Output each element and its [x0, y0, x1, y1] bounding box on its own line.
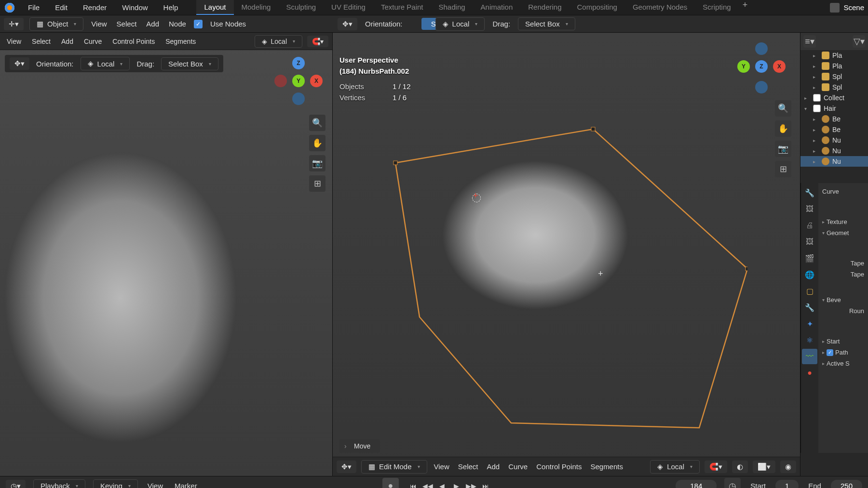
workspace-tab-rendering[interactable]: Rendering: [520, 0, 569, 15]
expand-icon[interactable]: ▸: [813, 117, 819, 122]
gizmo-z[interactable]: Z: [755, 60, 768, 73]
play-reverse-icon[interactable]: ◀: [435, 479, 449, 488]
transform-tool-icon[interactable]: ✥▾: [338, 18, 357, 30]
prop-tab-modifier-icon[interactable]: 🔧: [802, 300, 817, 315]
expand-icon[interactable]: ▸: [813, 159, 819, 164]
gizmo-nz-bot[interactable]: [755, 81, 768, 93]
workspace-tab-scripting[interactable]: Scripting: [695, 0, 738, 15]
prop-tab-tool-icon[interactable]: 🔧: [802, 185, 817, 200]
outliner-item[interactable]: ▸Spl: [800, 82, 868, 92]
outliner-filter-icon[interactable]: ▽▾: [853, 35, 865, 48]
workspace-tab-shading[interactable]: Shading: [431, 0, 473, 15]
texture-space-panel[interactable]: ▸Texture: [821, 216, 865, 227]
zoom-tool-icon[interactable]: 🔍: [775, 100, 791, 117]
jump-end-icon[interactable]: ⏭: [479, 479, 492, 488]
header-view[interactable]: View: [89, 20, 108, 28]
pan-tool-icon[interactable]: ✋: [309, 135, 326, 151]
add-workspace-button[interactable]: +: [739, 0, 752, 15]
rvp-curve[interactable]: Curve: [506, 462, 529, 471]
outliner-item[interactable]: ▸Be: [800, 124, 868, 135]
zoom-tool-icon[interactable]: 🔍: [309, 115, 326, 131]
workspace-tab-texture-paint[interactable]: Texture Paint: [373, 0, 431, 15]
rvp-mode-dropdown[interactable]: ▦ Edit Mode: [361, 460, 427, 474]
last-operator-panel[interactable]: Move: [339, 439, 380, 453]
scene-selector[interactable]: Scene: [830, 3, 864, 13]
mode-dropdown[interactable]: ▦ Object: [29, 17, 83, 31]
rvp-snap-icon[interactable]: 🧲▾: [705, 461, 727, 473]
geometry-panel[interactable]: ▾Geomet: [821, 227, 865, 238]
menu-window[interactable]: Window: [115, 1, 154, 13]
rvp-select[interactable]: Select: [456, 462, 480, 471]
prop-tab-output-icon[interactable]: 🖨: [802, 218, 817, 233]
orientation-dropdown-2[interactable]: ◈ Local: [435, 17, 485, 31]
rvp-orientation[interactable]: ◈ Local: [650, 460, 700, 474]
outliner-display-mode-icon[interactable]: ≡▾: [803, 35, 816, 48]
lvp-segments[interactable]: Segments: [163, 37, 199, 46]
prop-tab-object-icon[interactable]: ▢: [802, 283, 817, 299]
gizmo-y[interactable]: Y: [737, 60, 750, 73]
prop-tab-curve-data-icon[interactable]: 〰: [802, 349, 817, 364]
expand-icon[interactable]: ▾: [804, 106, 810, 111]
lvp-curve[interactable]: Curve: [81, 37, 105, 46]
start-end-panel[interactable]: ▸Start: [821, 336, 865, 347]
perspective-toggle-icon[interactable]: ⊞: [775, 161, 791, 177]
playback-menu[interactable]: Playback: [33, 479, 85, 488]
prop-tab-world-icon[interactable]: 🌐: [802, 267, 817, 282]
rvp-transform-icon[interactable]: ✥▾: [337, 461, 356, 473]
left-viewport[interactable]: View Select Add Curve Control Points Seg…: [0, 33, 333, 476]
workspace-tab-compositing[interactable]: Compositing: [570, 0, 625, 15]
expand-icon[interactable]: ▸: [813, 53, 819, 58]
drag-dropdown-2[interactable]: Select Box: [518, 17, 575, 30]
perspective-toggle-icon[interactable]: ⊞: [309, 175, 326, 192]
rvp-add[interactable]: Add: [485, 462, 502, 471]
play-icon[interactable]: ▶: [450, 479, 463, 488]
right-viewport[interactable]: User Perspective (184) NurbsPath.002 Obj…: [333, 33, 800, 476]
lvp-snap-icon[interactable]: 🧲▾: [307, 36, 328, 47]
workspace-tab-layout[interactable]: Layout: [196, 0, 233, 15]
lvp-transform-icon[interactable]: ✥▾: [10, 57, 29, 70]
outliner-item[interactable]: ▸Nu: [800, 145, 868, 156]
menu-help[interactable]: Help: [157, 1, 185, 13]
curve-data-header[interactable]: Curve: [821, 186, 865, 197]
nav-gizmo-right[interactable]: Z Y X: [737, 42, 786, 91]
path-checkbox[interactable]: ✓: [827, 349, 833, 356]
workspace-tab-geometry-nodes[interactable]: Geometry Nodes: [625, 0, 695, 15]
gizmo-nz-top[interactable]: [755, 42, 768, 55]
outliner-item[interactable]: ▸Nu: [800, 156, 868, 167]
timeline-view[interactable]: View: [146, 482, 165, 488]
menu-render[interactable]: Render: [76, 1, 113, 13]
expand-icon[interactable]: ▸: [813, 64, 819, 69]
lvp-drag-dd[interactable]: Select Box: [161, 57, 218, 70]
outliner-item[interactable]: ▸Be: [800, 114, 868, 124]
rvp-segments[interactable]: Segments: [588, 462, 625, 471]
lvp-orientation[interactable]: ◈ Local: [255, 35, 302, 48]
workspace-tab-animation[interactable]: Animation: [473, 0, 521, 15]
expand-icon[interactable]: ▸: [813, 127, 819, 132]
lvp-select[interactable]: Select: [29, 37, 54, 46]
prev-keyframe-icon[interactable]: ◀◀: [421, 479, 434, 488]
outliner-item[interactable]: ▸Pla: [800, 50, 868, 61]
active-spline-panel[interactable]: ▸Active S: [821, 358, 865, 369]
expand-icon[interactable]: ▸: [804, 95, 810, 101]
prop-tab-material-icon[interactable]: ●: [802, 365, 817, 381]
next-keyframe-icon[interactable]: ▶▶: [464, 479, 478, 488]
expand-icon[interactable]: ▸: [813, 148, 819, 154]
rvp-overlay-icon[interactable]: ◉: [780, 461, 796, 473]
nav-gizmo-left[interactable]: Z Y X: [274, 57, 323, 105]
menu-edit[interactable]: Edit: [48, 1, 74, 13]
auto-key-icon[interactable]: ●: [382, 478, 399, 488]
start-frame-field[interactable]: 1: [775, 480, 799, 488]
end-frame-field[interactable]: 250: [831, 480, 862, 488]
use-nodes-checkbox[interactable]: ✓: [194, 20, 203, 28]
gizmo-neg-x[interactable]: [274, 75, 287, 87]
outliner-item[interactable]: ▸Spl: [800, 71, 868, 82]
camera-view-icon[interactable]: 📷: [775, 141, 791, 157]
bevel-panel[interactable]: ▾Beve: [821, 294, 865, 305]
timeline-editor-icon[interactable]: ◷▾: [6, 480, 26, 488]
workspace-tab-sculpting[interactable]: Sculpting: [278, 0, 324, 15]
cursor-tool-icon[interactable]: ✛▾: [4, 18, 24, 30]
expand-icon[interactable]: ▸: [813, 138, 819, 143]
camera-view-icon[interactable]: 📷: [309, 155, 326, 171]
timeline-marker[interactable]: Marker: [173, 482, 199, 488]
prop-tab-physics-icon[interactable]: ⚛: [802, 332, 817, 348]
